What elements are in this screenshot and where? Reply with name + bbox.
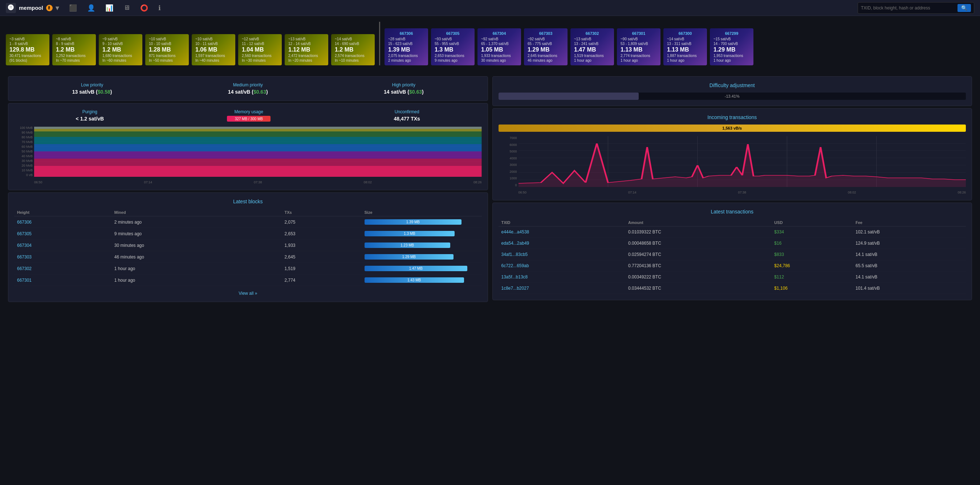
difficulty-value: -13.41% bbox=[725, 94, 740, 99]
block-height-link[interactable]: 667305 bbox=[17, 231, 32, 236]
latest-blocks-title: Latest blocks bbox=[14, 199, 482, 204]
mined-block-txs: 2,075 transactions bbox=[388, 54, 425, 58]
mined-block-txs: 1,953 transactions bbox=[713, 54, 750, 58]
incoming-panel: Incoming transactions 1,563 vB/s 7000 60… bbox=[492, 108, 972, 200]
block-fee-range: ~10 sat/vB bbox=[149, 37, 185, 41]
mined-block-height[interactable]: 667306 bbox=[388, 31, 425, 36]
svg-marker-9 bbox=[34, 166, 482, 177]
tx-id-link[interactable]: 13a5f...b13c8 bbox=[501, 274, 528, 280]
pending-block-3[interactable]: ~10 sat/vB 10 - 10 sat/vB 1.28 MB 871 tr… bbox=[145, 34, 189, 65]
tx-id-cell: e444e...a4538 bbox=[498, 227, 625, 238]
nav-node-icon[interactable]: 👤 bbox=[86, 3, 97, 13]
view-all-blocks-link[interactable]: View all » bbox=[239, 291, 257, 296]
mined-block-height[interactable]: 667304 bbox=[481, 31, 517, 36]
block-height-link[interactable]: 667304 bbox=[17, 243, 32, 248]
latest-blocks-body: 667306 2 minutes ago 2,075 1.39 MB 66730… bbox=[14, 216, 482, 286]
search-button[interactable]: 🔍 bbox=[958, 4, 971, 12]
mined-block-7[interactable]: 667299 ~15 sat/vB 14 - 700 sat/vB 1.29 M… bbox=[710, 28, 753, 65]
mined-block-0[interactable]: 667306 ~28 sat/vB 15 - 623 sat/vB 1.39 M… bbox=[385, 28, 428, 65]
tx-fee-cell: 14.1 sat/vB bbox=[853, 249, 966, 260]
pending-block-6[interactable]: ~13 sat/vB 12 - 14 sat/vB 1.12 MB 2,472 … bbox=[285, 34, 328, 65]
mined-blocks: 667306 ~28 sat/vB 15 - 623 sat/vB 1.39 M… bbox=[385, 28, 753, 65]
mined-block-height[interactable]: 667301 bbox=[620, 31, 657, 36]
block-txs-cell: 1,519 bbox=[282, 263, 362, 274]
mined-block-height[interactable]: 667299 bbox=[713, 31, 750, 36]
block-eta: In ~50 minutes bbox=[149, 59, 185, 62]
nav-icons: ⬛ 👤 📊 🖥 ⭕ ℹ bbox=[68, 3, 858, 13]
block-height-cell: 667304 bbox=[14, 240, 111, 251]
size-pill: 1.3 MB bbox=[364, 231, 455, 236]
search-input[interactable] bbox=[861, 5, 955, 11]
svg-marker-12 bbox=[34, 144, 482, 151]
pending-block-5[interactable]: ~12 sat/vB 11 - 12 sat/vB 1.04 MB 2,560 … bbox=[238, 34, 282, 65]
block-mined-cell: 1 hour ago bbox=[111, 263, 282, 274]
mined-block-5[interactable]: 667301 ~90 sat/vB 53 - 1,809 sat/vB 1.13… bbox=[617, 28, 660, 65]
mined-block-6[interactable]: 667300 ~14 sat/vB 13 - 311 sat/vB 1.13 M… bbox=[663, 28, 707, 65]
block-txs: 2,472 transactions bbox=[288, 54, 325, 58]
mined-block-size: 1.13 MB bbox=[667, 46, 703, 53]
mined-block-height[interactable]: 667300 bbox=[667, 31, 703, 36]
mined-block-fee: ~92 sat/vB bbox=[528, 37, 564, 41]
block-height-link[interactable]: 667303 bbox=[17, 254, 32, 259]
incoming-rate-bar: 1,563 vB/s bbox=[498, 124, 966, 132]
mined-block-height[interactable]: 667303 bbox=[528, 31, 564, 36]
mined-block-fee: ~13 sat/vB bbox=[574, 37, 610, 41]
block-mined-cell: 30 minutes ago bbox=[111, 240, 282, 251]
table-row: 667305 9 minutes ago 2,653 1.3 MB bbox=[14, 228, 482, 240]
mined-block-3[interactable]: 667303 ~92 sat/vB 65 - 775 sat/vB 1.29 M… bbox=[524, 28, 568, 65]
tx-id-link[interactable]: e444e...a4538 bbox=[501, 229, 530, 235]
nav-monitor-icon[interactable]: 🖥 bbox=[122, 3, 132, 13]
mined-block-height[interactable]: 667305 bbox=[434, 31, 471, 36]
mined-block-1[interactable]: 667305 ~93 sat/vB 55 - 955 sat/vB 1.3 MB… bbox=[431, 28, 474, 65]
block-height-link[interactable]: 667306 bbox=[17, 219, 32, 225]
size-pill: 1.23 MB bbox=[364, 243, 450, 248]
fee-medium: Medium priority 14 sat/vB ($0.63) bbox=[228, 83, 268, 95]
block-fee-detail: 9 - 10 sat/vB bbox=[102, 42, 139, 46]
pending-block-7[interactable]: ~14 sat/vB 14 - 690 sat/vB 1.2 MB 2,574 … bbox=[331, 34, 375, 65]
latest-tx-header-row: TXID Amount USD Fee bbox=[498, 219, 966, 227]
mempool-divider bbox=[379, 22, 380, 65]
view-all-blocks[interactable]: View all » bbox=[14, 290, 482, 296]
mined-block-ago: 1 hour ago bbox=[574, 59, 610, 62]
nav-chart-icon[interactable]: 📊 bbox=[104, 3, 115, 13]
block-fee-range: ~12 sat/vB bbox=[242, 37, 278, 41]
mined-block-height[interactable]: 667302 bbox=[574, 31, 610, 36]
nav-dashboard-icon[interactable]: ⬛ bbox=[68, 3, 78, 13]
pending-block-1[interactable]: ~8 sat/vB 8 - 9 sat/vB 1.2 MB 1,252 tran… bbox=[52, 34, 96, 65]
mined-block-size: 1.29 MB bbox=[528, 46, 564, 53]
chevron-down-icon[interactable]: ▾ bbox=[56, 4, 59, 12]
pending-block-4[interactable]: ~10 sat/vB 10 - 11 sat/vB 1.06 MB 1,597 … bbox=[192, 34, 235, 65]
tx-id-link[interactable]: 1c8e7...b2027 bbox=[501, 286, 529, 291]
latest-transactions-panel: Latest transactions TXID Amount USD Fee … bbox=[492, 203, 972, 300]
block-mined-cell: 1 hour ago bbox=[111, 274, 282, 286]
left-column: Low priority 13 sat/vB ($0.58) Medium pr… bbox=[6, 74, 490, 304]
size-bar: 1.39 MB bbox=[364, 219, 479, 225]
mined-block-4[interactable]: 667302 ~13 sat/vB 13 - 241 sat/vB 1.47 M… bbox=[570, 28, 614, 65]
pending-block-0[interactable]: ~3 sat/vB 1 - 8 sat/vB 129.8 MB 30,471 t… bbox=[6, 34, 49, 65]
pending-block-2[interactable]: ~9 sat/vB 9 - 10 sat/vB 1.2 MB 1,680 tra… bbox=[99, 34, 142, 65]
block-fee-range: ~10 sat/vB bbox=[195, 37, 232, 41]
svg-marker-13 bbox=[34, 137, 482, 144]
block-txs: 1,680 transactions bbox=[102, 54, 139, 58]
block-size: 1.06 MB bbox=[195, 46, 232, 53]
block-txs-cell: 2,653 bbox=[282, 228, 362, 240]
col-usd: USD bbox=[771, 219, 853, 227]
block-size: 1.28 MB bbox=[149, 46, 185, 53]
mined-block-2[interactable]: 667304 ~92 sat/vB 65 - 1,370 sat/vB 1.05… bbox=[477, 28, 521, 65]
mempool-panel: Purging < 1.2 sat/vB Memory usage 327 MB… bbox=[8, 103, 488, 190]
tx-id-link[interactable]: 34af1...83cb5 bbox=[501, 252, 528, 257]
tx-id-link[interactable]: eda54...2ab49 bbox=[501, 241, 530, 246]
block-height-link[interactable]: 667301 bbox=[17, 278, 32, 283]
block-height-link[interactable]: 667302 bbox=[17, 266, 32, 271]
mined-block-txs: 2,653 transactions bbox=[434, 54, 471, 58]
incoming-rate: 1,563 vB/s bbox=[722, 126, 742, 130]
block-txs-cell: 2,645 bbox=[282, 251, 362, 263]
col-fee: Fee bbox=[853, 219, 966, 227]
block-txs: 30,471 transactions bbox=[10, 54, 46, 58]
nav-network-icon[interactable]: ⭕ bbox=[139, 3, 150, 13]
tx-id-link[interactable]: 6c722...659ab bbox=[501, 263, 529, 268]
svg-marker-16 bbox=[34, 127, 482, 129]
nav-info-icon[interactable]: ℹ bbox=[157, 3, 162, 13]
block-txs-cell: 2,075 bbox=[282, 216, 362, 228]
block-size: 1.04 MB bbox=[242, 46, 278, 53]
